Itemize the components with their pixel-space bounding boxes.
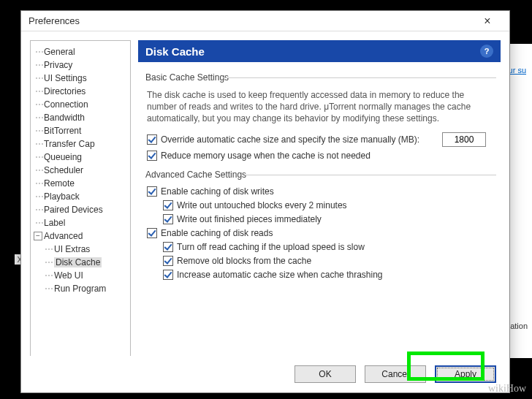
basic-description: The disk cache is used to keep frequentl…: [147, 89, 490, 125]
panel-title: Disk Cache: [145, 45, 205, 58]
reduce-label: Reduce memory usage when the cache is no…: [161, 151, 370, 161]
tree-item-scheduler[interactable]: ⋯Scheduler: [34, 164, 129, 177]
close-icon[interactable]: ×: [473, 15, 502, 28]
override-label: Override automatic cache size and specif…: [161, 134, 419, 145]
override-checkbox[interactable]: [147, 134, 157, 145]
tree-item-remote[interactable]: ⋯Remote: [34, 177, 129, 190]
remove-old-label: Remove old blocks from the cache: [177, 256, 311, 266]
tree-item-run-program[interactable]: ⋯Run Program: [34, 282, 129, 295]
write-finished-checkbox[interactable]: [163, 214, 173, 224]
tree-item-ui-extras[interactable]: ⋯UI Extras: [34, 243, 129, 256]
preferences-dialog: Preferences × ⋯General ⋯Privacy ⋯UI Sett…: [20, 10, 510, 393]
tree-item-advanced[interactable]: −Advanced: [34, 229, 129, 243]
enable-writes-checkbox[interactable]: [147, 186, 157, 197]
collapse-icon[interactable]: −: [34, 232, 42, 240]
enable-reads-row: Enable caching of disk reads: [147, 228, 496, 238]
cache-size-input[interactable]: [442, 132, 486, 147]
watermark: wikiHow: [488, 383, 526, 395]
tree-item-playback[interactable]: ⋯Playback: [34, 190, 129, 203]
tree-item-disk-cache[interactable]: ⋯Disk Cache: [34, 256, 129, 269]
tree-item-bandwidth[interactable]: ⋯Bandwidth: [34, 111, 129, 124]
write-untouched-checkbox[interactable]: [163, 200, 173, 210]
tree-item-queueing[interactable]: ⋯Queueing: [34, 151, 129, 164]
remove-old-checkbox[interactable]: [163, 256, 173, 266]
content-panel: Disk Cache ? Basic Cache Settings The di…: [138, 40, 501, 356]
turn-off-row: Turn off read caching if the upload spee…: [163, 242, 496, 252]
override-row: Override automatic cache size and specif…: [147, 132, 496, 147]
titlebar: Preferences ×: [21, 11, 509, 31]
enable-writes-row: Enable caching of disk writes: [147, 186, 496, 197]
increase-row: Increase automatic cache size when cache…: [163, 270, 496, 280]
tree-item-ui-settings[interactable]: ⋯UI Settings: [34, 72, 129, 85]
ok-button[interactable]: OK: [294, 365, 356, 383]
tree-item-bittorrent[interactable]: ⋯BitTorrent: [34, 124, 129, 137]
panel-banner: Disk Cache ?: [138, 40, 501, 62]
background-text: ation: [510, 322, 528, 330]
tree-item-paired-devices[interactable]: ⋯Paired Devices: [34, 203, 129, 216]
turn-off-checkbox[interactable]: [163, 242, 173, 252]
tree-item-transfer-cap[interactable]: ⋯Transfer Cap: [34, 137, 129, 151]
button-bar: OK Cancel Apply: [21, 356, 509, 392]
tree-item-label[interactable]: ⋯Label: [34, 216, 129, 229]
increase-label: Increase automatic cache size when cache…: [177, 270, 383, 280]
tree-item-connection[interactable]: ⋯Connection: [34, 98, 129, 111]
tree-item-directories[interactable]: ⋯Directories: [34, 85, 129, 98]
help-icon[interactable]: ?: [480, 45, 493, 58]
tree-item-general[interactable]: ⋯General: [34, 45, 129, 58]
cancel-button[interactable]: Cancel: [365, 365, 426, 383]
category-tree[interactable]: ⋯General ⋯Privacy ⋯UI Settings ⋯Director…: [30, 40, 131, 356]
reduce-checkbox[interactable]: [147, 151, 157, 161]
reduce-row: Reduce memory usage when the cache is no…: [147, 151, 496, 161]
increase-checkbox[interactable]: [163, 270, 173, 280]
tree-item-web-ui[interactable]: ⋯Web UI: [34, 269, 129, 282]
write-finished-row: Write out finished pieces immediately: [163, 214, 496, 224]
write-untouched-label: Write out untouched blocks every 2 minut…: [177, 200, 347, 210]
window-title: Preferences: [28, 15, 473, 26]
enable-writes-label: Enable caching of disk writes: [161, 186, 274, 197]
remove-old-row: Remove old blocks from the cache: [163, 256, 496, 266]
enable-reads-label: Enable caching of disk reads: [161, 228, 273, 238]
tree-item-privacy[interactable]: ⋯Privacy: [34, 58, 129, 72]
write-finished-label: Write out finished pieces immediately: [177, 214, 322, 224]
apply-button[interactable]: Apply: [435, 365, 496, 383]
enable-reads-checkbox[interactable]: [147, 228, 157, 238]
write-untouched-row: Write out untouched blocks every 2 minut…: [163, 200, 496, 210]
turn-off-label: Turn off read caching if the upload spee…: [177, 242, 365, 252]
